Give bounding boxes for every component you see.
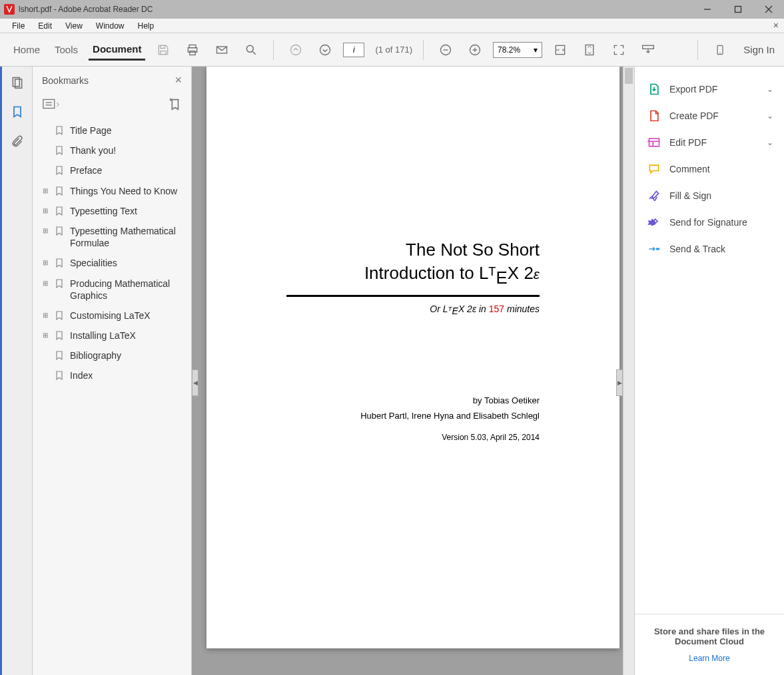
bookmarks-title: Bookmarks (42, 75, 89, 86)
expand-icon[interactable]: ⊞ (41, 187, 50, 194)
bookmark-list: Title PageThank you!Preface⊞Things You N… (33, 118, 191, 675)
page-number-input[interactable] (343, 43, 364, 57)
bookmark-label: Things You Need to Know (70, 185, 183, 197)
tool-icon (645, 83, 663, 96)
close-button[interactable] (753, 0, 784, 19)
tool-label: Send & Track (669, 244, 773, 254)
expand-icon[interactable]: ⊞ (41, 332, 50, 339)
doc-title-line2: Introduction to LTEX 2ε (206, 260, 619, 288)
bookmark-item[interactable]: ⊞Specialities (38, 253, 186, 273)
bookmark-item[interactable]: ⊞Installing LaTeX (38, 326, 186, 345)
minimize-button[interactable] (692, 0, 723, 19)
expand-icon[interactable]: ⊞ (41, 207, 50, 214)
document-viewport[interactable]: ◀ The Not So Short Introduction to LTEX … (192, 67, 634, 675)
chevron-down-icon: ⌄ (767, 85, 773, 94)
bookmark-item[interactable]: Title Page (38, 120, 186, 140)
svg-rect-9 (190, 51, 195, 55)
search-icon[interactable] (240, 39, 262, 61)
bookmark-icon (54, 370, 66, 381)
zoom-select[interactable]: 78.2% ▾ (493, 42, 542, 58)
menu-file[interactable]: File (5, 20, 31, 32)
fullscreen-icon[interactable] (607, 39, 630, 61)
bookmark-label: Installing LaTeX (70, 330, 183, 341)
page-up-icon (284, 39, 307, 61)
scrollbar-thumb[interactable] (625, 68, 633, 84)
tab-tools[interactable]: Tools (51, 40, 82, 59)
expand-icon[interactable]: ⊞ (41, 280, 50, 287)
cloud-promo: Store and share files in the Document Cl… (635, 614, 784, 675)
email-icon[interactable] (210, 39, 233, 61)
bookmark-label: Typesetting Mathematical Formulae (70, 225, 183, 249)
svg-point-14 (320, 45, 330, 55)
menu-window[interactable]: Window (89, 20, 131, 32)
tab-document[interactable]: Document (89, 39, 145, 61)
attachments-icon[interactable] (9, 133, 25, 149)
bookmark-icon (54, 206, 66, 216)
chevron-down-icon: ⌄ (767, 138, 773, 147)
collapse-left-handle[interactable]: ◀ (192, 369, 198, 396)
separator (697, 40, 698, 60)
bookmark-item[interactable]: ⊞Typesetting Text (38, 201, 186, 221)
bookmark-item[interactable]: ⊞Customising LaTeX (38, 306, 186, 326)
right-tool-item[interactable]: Send & Track (635, 236, 784, 262)
menu-view[interactable]: View (59, 20, 89, 32)
vertical-scrollbar[interactable] (623, 67, 634, 675)
tool-label: Fill & Sign (669, 190, 773, 201)
print-icon[interactable] (181, 39, 204, 61)
doc-rule (286, 295, 540, 297)
zoom-in-icon[interactable] (464, 39, 486, 61)
promo-link[interactable]: Learn More (689, 654, 729, 663)
right-tool-item[interactable]: Comment (635, 156, 784, 182)
svg-rect-22 (643, 45, 654, 49)
page-down-icon[interactable] (314, 39, 336, 61)
expand-icon[interactable]: ⊞ (41, 227, 50, 234)
right-tool-item[interactable]: Export PDF⌄ (635, 76, 784, 103)
bookmark-item[interactable]: ⊞Things You Need to Know (38, 181, 186, 201)
bookmark-item[interactable]: Thank you! (38, 140, 186, 160)
mobile-icon[interactable] (709, 39, 731, 61)
chevron-down-icon: ⌄ (767, 111, 773, 120)
right-tool-item[interactable]: xbSend for Signature (635, 209, 784, 236)
tool-label: Create PDF (669, 111, 767, 121)
bookmark-item[interactable]: ⊞Typesetting Mathematical Formulae (38, 221, 186, 253)
close-doc-icon[interactable]: × (773, 20, 779, 31)
separator (273, 40, 274, 60)
svg-rect-27 (43, 99, 55, 108)
pdf-page: The Not So Short Introduction to LTEX 2ε… (206, 67, 619, 648)
tool-icon (645, 109, 663, 122)
read-mode-icon[interactable] (637, 39, 659, 61)
thumbnails-icon[interactable] (9, 75, 25, 91)
bookmark-item[interactable]: ⊞Producing Mathematical Graphics (38, 274, 186, 306)
add-bookmark-icon[interactable] (167, 97, 182, 111)
right-tool-item[interactable]: Fill & Sign (635, 182, 784, 209)
expand-icon[interactable]: ⊞ (41, 312, 50, 319)
menu-help[interactable]: Help (131, 20, 161, 32)
chevron-down-icon: ▾ (534, 45, 538, 55)
bookmark-icon (54, 186, 66, 196)
sign-in-link[interactable]: Sign In (743, 44, 775, 55)
fit-width-icon[interactable] (549, 39, 572, 61)
right-tool-item[interactable]: Create PDF⌄ (635, 103, 784, 129)
zoom-out-icon[interactable] (434, 39, 457, 61)
left-rail (2, 67, 33, 675)
maximize-button[interactable] (723, 0, 753, 19)
svg-rect-30 (649, 138, 659, 146)
menu-edit[interactable]: Edit (31, 20, 59, 32)
bookmarks-icon[interactable] (9, 104, 25, 120)
bookmark-options-icon[interactable] (42, 97, 61, 111)
expand-icon[interactable]: ⊞ (41, 259, 50, 266)
collapse-right-handle[interactable]: ▶ (616, 369, 623, 396)
fit-page-icon[interactable] (578, 39, 601, 61)
close-panel-icon[interactable]: × (175, 73, 182, 87)
tab-home[interactable]: Home (9, 40, 44, 59)
doc-author-2: Hubert Partl, Irene Hyna and Elisabeth S… (206, 405, 619, 421)
bookmark-item[interactable]: Bibliography (38, 345, 186, 365)
bookmark-item[interactable]: Preface (38, 160, 186, 180)
svg-rect-6 (161, 51, 166, 54)
window-titlebar: lshort.pdf - Adobe Acrobat Reader DC (0, 0, 784, 19)
bookmark-label: Typesetting Text (70, 205, 183, 217)
bookmark-item[interactable]: Index (38, 365, 186, 385)
tool-label: Export PDF (669, 84, 767, 95)
right-tool-item[interactable]: Edit PDF⌄ (635, 129, 784, 156)
bookmark-label: Title Page (70, 124, 183, 136)
